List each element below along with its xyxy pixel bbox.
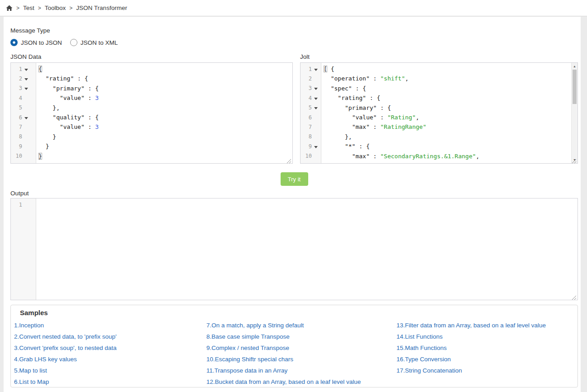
fold-arrow-icon[interactable] [314, 146, 318, 148]
code-line: "operation" : "shift", [324, 74, 570, 83]
code-line: "rating" : { [324, 93, 570, 103]
sample-link[interactable]: 8.Base case simple Transpose [206, 333, 396, 340]
gutter-line-number: 6 [11, 113, 36, 122]
sample-link[interactable]: 5.Map to list [14, 367, 206, 374]
sample-link[interactable]: 2.Convert nested data, to 'prefix soup' [14, 333, 206, 340]
sample-link[interactable]: 7.On a match, apply a String default [206, 322, 396, 329]
jolt-editor: 12345678910 [ { "operation" : "shift", "… [300, 62, 578, 164]
breadcrumb-item-test[interactable]: Test [23, 5, 34, 11]
radio-json-to-xml[interactable]: JSON to XML [70, 39, 118, 46]
sample-link[interactable]: 11.Transpose data in an Array [206, 367, 396, 374]
scrollbar-thumb[interactable] [573, 70, 577, 104]
code-line: "quality" : { [38, 113, 292, 122]
radio-json-to-json[interactable]: JSON to JSON [10, 39, 62, 46]
home-icon[interactable] [6, 5, 13, 11]
code-line: "value" : "Rating", [324, 113, 570, 122]
json-data-gutter: 12345678910 [11, 63, 36, 163]
code-line: { [38, 64, 292, 74]
sample-link[interactable]: 15.Math Functions [396, 345, 577, 352]
code-line: "value" : 3 [38, 122, 292, 132]
gutter-line-number: 5 [301, 103, 321, 113]
sample-link[interactable]: 16.Type Conversion [396, 356, 577, 363]
jolt-code-area[interactable]: [ { "operation" : "shift", "spec" : { "r… [321, 63, 577, 163]
fold-arrow-icon[interactable] [314, 107, 318, 109]
gutter-line-number: 10 [301, 151, 321, 161]
breadcrumb-separator: > [16, 5, 19, 11]
code-line: "*" : { [324, 142, 570, 151]
samples-columns: 1.Inception2.Convert nested data, to 'pr… [11, 322, 577, 387]
gutter-line-number: 2 [301, 74, 321, 83]
sample-link[interactable]: 9.Complex / nested Transpose [206, 345, 396, 352]
gutter-line-number: 7 [11, 122, 36, 132]
breadcrumb-item-toolbox[interactable]: Toolbox [45, 5, 66, 11]
fold-arrow-icon[interactable] [314, 88, 318, 90]
radio-label: JSON to JSON [21, 39, 62, 46]
try-it-row: Try it [10, 172, 578, 186]
fold-arrow-icon[interactable] [314, 69, 318, 71]
resize-grip-icon[interactable] [286, 157, 291, 162]
fold-arrow-icon[interactable] [24, 88, 28, 90]
jolt-gutter: 12345678910 [301, 63, 321, 163]
breadcrumb: > Test > Toolbox > JSON Transformer [0, 0, 587, 16]
code-line: } [38, 151, 292, 161]
sample-link[interactable]: 14.List Functions [396, 333, 577, 340]
fold-arrow-icon[interactable] [24, 78, 28, 80]
breadcrumb-item-json-transformer[interactable]: JSON Transformer [76, 5, 127, 11]
sample-link[interactable]: 6.List to Map [14, 378, 206, 386]
main-content: Message Type JSON to JSON JSON to XML JS… [4, 17, 581, 392]
breadcrumb-separator: > [69, 5, 72, 11]
fold-arrow-icon[interactable] [24, 117, 28, 119]
fold-arrow-icon[interactable] [314, 98, 318, 100]
samples-column-1: 1.Inception2.Convert nested data, to 'pr… [14, 322, 206, 387]
message-type-radio-group: JSON to JSON JSON to XML [10, 39, 581, 46]
output-code-area[interactable] [36, 198, 577, 300]
output-editor: 1 [10, 198, 578, 300]
code-line: "max" : "SecondaryRatings.&1.Range", [324, 151, 570, 161]
sample-link[interactable]: 12.Bucket data from an Array, based on a… [206, 378, 396, 386]
gutter-line-number: 1 [11, 200, 36, 209]
radio-icon [70, 39, 77, 46]
breadcrumb-separator: > [38, 5, 41, 11]
code-line [38, 200, 577, 209]
editors-row: JSON Data 12345678910 { "rating" : { "pr… [10, 53, 581, 164]
json-data-code-area[interactable]: { "rating" : { "primary" : { "value" : 3… [36, 63, 292, 163]
radio-icon [10, 39, 18, 46]
samples-column-2: 7.On a match, apply a String default8.Ba… [206, 322, 396, 387]
code-line: "spec" : { [324, 84, 570, 93]
code-line: "primary" : { [324, 103, 570, 113]
code-line: } [38, 142, 292, 151]
json-data-label: JSON Data [10, 53, 293, 60]
code-line: "value" : 3 [38, 93, 292, 103]
sample-link[interactable]: 10.Escaping Shiftr special chars [206, 356, 396, 363]
gutter-line-number: 1 [301, 64, 321, 74]
resize-grip-icon[interactable] [572, 157, 577, 162]
sample-link[interactable]: 4.Grab LHS key values [14, 356, 206, 363]
gutter-line-number: 1 [11, 64, 36, 74]
gutter-line-number: 4 [11, 93, 36, 103]
code-line: [ { [324, 64, 570, 74]
gutter-line-number: 9 [11, 142, 36, 151]
jolt-label: Jolt [300, 53, 578, 60]
radio-label: JSON to XML [81, 39, 118, 46]
sample-link[interactable]: 1.Inception [14, 322, 206, 329]
sample-link[interactable]: 13.Filter data from an Array, based on a… [396, 322, 577, 329]
gutter-line-number: 10 [11, 151, 36, 161]
message-type-label: Message Type [10, 27, 581, 34]
sample-link[interactable]: 3.Convert 'prefix soup', to nested data [14, 345, 206, 352]
fold-arrow-icon[interactable] [24, 69, 28, 71]
json-data-editor: 12345678910 { "rating" : { "primary" : {… [10, 62, 293, 164]
scroll-up-icon[interactable]: ▲ [572, 63, 577, 69]
gutter-line-number: 8 [301, 132, 321, 142]
code-line: }, [38, 103, 292, 113]
sample-link[interactable]: 17.String Concatenation [396, 367, 577, 374]
code-line: "primary" : { [38, 84, 292, 93]
code-line: }, [324, 132, 570, 142]
resize-grip-icon[interactable] [572, 294, 577, 299]
gutter-line-number: 3 [301, 84, 321, 93]
try-it-button[interactable]: Try it [281, 172, 308, 186]
gutter-line-number: 4 [301, 93, 321, 103]
code-line: "rating" : { [38, 74, 292, 83]
gutter-line-number: 2 [11, 74, 36, 83]
gutter-line-number: 3 [11, 84, 36, 93]
gutter-line-number: 7 [301, 122, 321, 132]
